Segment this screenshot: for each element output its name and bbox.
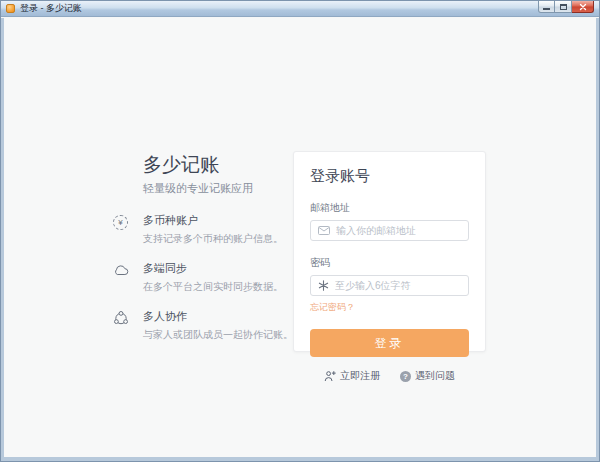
- feature-list: ¥ 多币种账户 支持记录多个币种的账户信息。 多端同步: [113, 213, 308, 342]
- client-area: 多少记账 轻量级的专业记账应用 ¥ 多币种账户 支持记录多个币种的账户信息。: [1, 18, 599, 461]
- feature-multicurrency: ¥ 多币种账户 支持记录多个币种的账户信息。: [113, 213, 308, 246]
- password-input[interactable]: [335, 280, 461, 291]
- app-window: 登录 - 多少记账 File Edit View Window Help 多少记…: [0, 0, 600, 462]
- feature-title: 多币种账户: [143, 213, 283, 228]
- close-button[interactable]: [572, 1, 594, 13]
- feature-panel: 多少记账 轻量级的专业记账应用 ¥ 多币种账户 支持记录多个币种的账户信息。: [113, 154, 308, 357]
- email-field-box: [310, 220, 469, 241]
- maximize-icon: [560, 4, 567, 10]
- links-row: 立即注册 ? 遇到问题: [310, 369, 469, 383]
- password-label: 密码: [310, 256, 469, 270]
- email-input[interactable]: [336, 225, 461, 236]
- currency-icon: ¥: [113, 215, 128, 230]
- register-link-label: 立即注册: [340, 369, 380, 383]
- register-link[interactable]: 立即注册: [324, 369, 380, 383]
- email-label: 邮箱地址: [310, 201, 469, 215]
- help-link-label: 遇到问题: [415, 369, 455, 383]
- app-tagline: 轻量级的专业记账应用: [143, 181, 308, 196]
- feature-desc: 支持记录多个币种的账户信息。: [143, 232, 283, 246]
- login-card: 登录账号 邮箱地址 密码 忘记密码？ 登录: [293, 151, 486, 352]
- feature-title: 多端同步: [143, 261, 283, 276]
- feature-title: 多人协作: [143, 309, 293, 324]
- minimize-icon: [543, 8, 550, 10]
- window-title: 登录 - 多少记账: [20, 2, 82, 15]
- feature-sync: 多端同步 在多个平台之间实时同步数据。: [113, 261, 308, 294]
- password-field-box: [310, 275, 469, 296]
- minimize-button[interactable]: [538, 1, 555, 13]
- login-button[interactable]: 登录: [310, 329, 469, 357]
- people-icon: [113, 311, 129, 326]
- feature-collaboration: 多人协作 与家人或团队成员一起协作记账。: [113, 309, 308, 342]
- envelope-icon: [318, 226, 330, 235]
- feature-desc: 与家人或团队成员一起协作记账。: [143, 328, 293, 342]
- close-icon: [579, 3, 587, 11]
- maximize-button[interactable]: [555, 1, 572, 13]
- question-icon: ?: [400, 371, 411, 382]
- titlebar: 登录 - 多少记账: [1, 1, 599, 17]
- feature-desc: 在多个平台之间实时同步数据。: [143, 280, 283, 294]
- app-name: 多少记账: [143, 154, 308, 175]
- forgot-password-link[interactable]: 忘记密码？: [310, 301, 355, 314]
- login-card-title: 登录账号: [310, 167, 469, 186]
- add-user-icon: [324, 370, 336, 382]
- app-icon: [6, 4, 15, 13]
- window-controls: [538, 1, 594, 13]
- help-link[interactable]: ? 遇到问题: [400, 369, 455, 383]
- cloud-icon: [113, 263, 129, 276]
- asterisk-icon: [318, 280, 329, 291]
